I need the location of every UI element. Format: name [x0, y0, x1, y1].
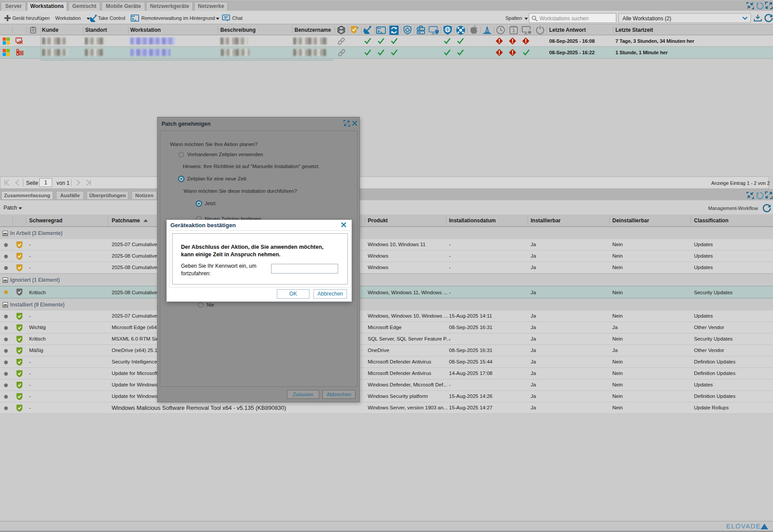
- svg-text:1: 1: [513, 28, 515, 33]
